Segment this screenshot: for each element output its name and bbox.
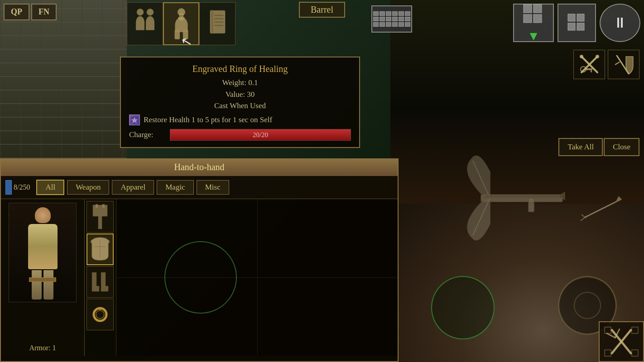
svg-line-39 <box>615 62 620 65</box>
svg-point-50 <box>96 310 104 319</box>
list-item[interactable] <box>87 299 114 330</box>
svg-rect-36 <box>586 68 592 70</box>
crossed-swords-icon[interactable] <box>573 50 605 79</box>
svg-rect-43 <box>96 204 98 208</box>
top-left-buttons: QP FN <box>0 0 60 24</box>
svg-rect-28 <box>577 14 584 21</box>
close-button[interactable]: Close <box>604 138 639 156</box>
inventory-body: Armor: 1 <box>1 199 398 356</box>
svg-rect-14 <box>174 30 179 39</box>
weight-text: 8/250 <box>14 183 30 191</box>
compass-inner <box>574 292 601 319</box>
inventory-title: Hand-to-hand <box>174 162 224 172</box>
tooltip-cast: Cast When Used <box>129 100 351 112</box>
pause-button[interactable]: ⏸ <box>600 4 640 42</box>
svg-rect-58 <box>605 350 611 356</box>
svg-point-45 <box>91 239 97 244</box>
tooltip-effect-row: Restore Health 1 to 5 pts for 1 sec on S… <box>129 114 351 125</box>
qp-button[interactable]: QP <box>4 4 29 20</box>
svg-rect-27 <box>568 14 575 21</box>
items-thumbnails <box>85 199 116 356</box>
filter-apparel-button[interactable]: Apparel <box>112 180 154 195</box>
items-panel <box>85 199 398 356</box>
filter-magic-button[interactable]: Magic <box>157 180 193 195</box>
char-leg-left <box>32 270 42 300</box>
charge-bar: 20/20 <box>170 129 351 141</box>
top-right-area: ▼ ⏸ <box>509 0 644 46</box>
magic-book-icon-button[interactable] <box>199 2 235 45</box>
svg-point-11 <box>147 9 154 16</box>
crossbow-decoration <box>445 145 590 258</box>
charge-label: Charge: <box>129 130 165 139</box>
map-button-2[interactable] <box>557 4 596 42</box>
svg-rect-56 <box>605 327 611 333</box>
tooltip-value: Value: 30 <box>129 89 351 100</box>
barrel-label-text: Barrel <box>311 5 333 14</box>
effect-icon <box>129 114 140 125</box>
svg-rect-3 <box>529 198 534 212</box>
character-figure <box>9 203 77 302</box>
svg-point-46 <box>103 239 110 244</box>
char-leg-right <box>43 270 53 300</box>
svg-rect-44 <box>102 204 105 208</box>
svg-rect-18 <box>211 10 213 33</box>
keyboard-icon[interactable] <box>371 5 412 33</box>
list-item[interactable] <box>87 233 114 265</box>
keyboard-grid <box>371 10 412 29</box>
item-tooltip: Engraved Ring of Healing Weight: 0.1 Val… <box>120 57 360 148</box>
filter-weapon-button[interactable]: Weapon <box>67 180 109 195</box>
inventory-filter-bar: 8/250 All Weapon Apparel Magic Misc <box>1 176 398 199</box>
filter-misc-button[interactable]: Misc <box>197 180 229 195</box>
list-item[interactable] <box>87 266 114 298</box>
combat-icons <box>573 50 639 79</box>
svg-point-33 <box>580 55 583 58</box>
character-silhouette <box>24 207 61 298</box>
svg-rect-4 <box>485 195 558 197</box>
tooltip-title: Engraved Ring of Healing <box>129 64 351 74</box>
take-all-button[interactable]: Take All <box>558 138 603 156</box>
svg-rect-57 <box>632 327 638 333</box>
svg-rect-25 <box>524 14 532 23</box>
svg-rect-59 <box>632 350 638 356</box>
char-belt <box>29 277 56 282</box>
party-icon-button[interactable] <box>127 2 163 45</box>
char-legs <box>24 270 61 300</box>
items-main-area[interactable] <box>116 199 398 356</box>
filter-all-button[interactable]: All <box>36 180 64 195</box>
list-item[interactable] <box>87 201 114 233</box>
weight-bar: 8/250 <box>5 180 30 195</box>
svg-rect-26 <box>533 14 542 23</box>
svg-rect-29 <box>568 23 575 30</box>
pause-icon: ⏸ <box>613 14 627 31</box>
sword-shield-icon[interactable] <box>608 50 639 79</box>
svg-rect-23 <box>524 5 532 13</box>
inventory-header: Hand-to-hand <box>1 159 398 176</box>
svg-point-51 <box>98 307 102 310</box>
armor-text: Armor: 1 <box>1 344 84 352</box>
map-button-1[interactable]: ▼ <box>513 4 554 42</box>
take-close-buttons: Take All Close <box>558 138 639 156</box>
svg-rect-24 <box>533 5 542 13</box>
svg-line-9 <box>582 214 586 218</box>
charge-bar-text: 20/20 <box>253 131 268 138</box>
svg-point-12 <box>178 9 185 16</box>
svg-rect-30 <box>577 23 584 30</box>
weight-indicator <box>5 180 12 195</box>
charge-row: Charge: 20/20 <box>129 129 351 141</box>
items-divider-h <box>116 277 398 278</box>
svg-rect-37 <box>591 70 592 72</box>
inventory-corner-icon[interactable] <box>599 321 644 362</box>
svg-point-10 <box>137 9 144 16</box>
download-arrow: ▼ <box>521 29 546 43</box>
char-head <box>35 207 51 223</box>
movement-joystick[interactable] <box>431 276 495 339</box>
tooltip-weight: Weight: 0.1 <box>129 77 351 89</box>
arrow-projectile <box>576 190 630 246</box>
barrel-title: Barrel <box>299 2 345 18</box>
character-panel: Armor: 1 <box>1 199 85 356</box>
inventory-panel: Hand-to-hand 8/250 All Weapon Apparel Ma… <box>0 158 399 362</box>
svg-line-8 <box>581 217 585 221</box>
fn-button[interactable]: FN <box>31 4 57 20</box>
char-body <box>28 224 58 269</box>
tooltip-effect-text: Restore Health 1 to 5 pts for 1 sec on S… <box>144 115 272 124</box>
